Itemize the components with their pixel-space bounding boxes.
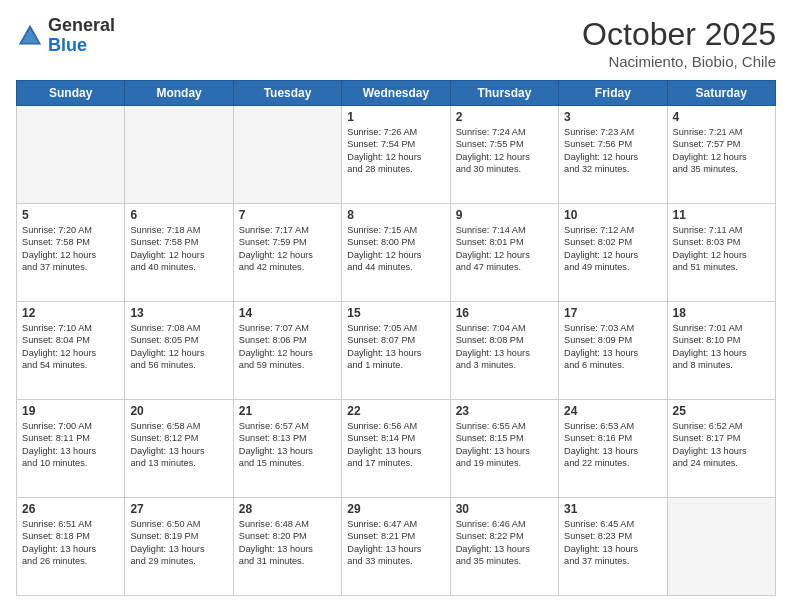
- day-number: 3: [564, 110, 661, 124]
- calendar-cell-3-4: 23Sunrise: 6:55 AM Sunset: 8:15 PM Dayli…: [450, 400, 558, 498]
- page: General Blue October 2025 Nacimiento, Bi…: [0, 0, 792, 612]
- day-info: Sunrise: 7:14 AM Sunset: 8:01 PM Dayligh…: [456, 224, 553, 274]
- calendar-cell-1-3: 8Sunrise: 7:15 AM Sunset: 8:00 PM Daylig…: [342, 204, 450, 302]
- day-info: Sunrise: 7:20 AM Sunset: 7:58 PM Dayligh…: [22, 224, 119, 274]
- day-number: 28: [239, 502, 336, 516]
- calendar-cell-1-6: 11Sunrise: 7:11 AM Sunset: 8:03 PM Dayli…: [667, 204, 775, 302]
- calendar-cell-2-0: 12Sunrise: 7:10 AM Sunset: 8:04 PM Dayli…: [17, 302, 125, 400]
- calendar-cell-0-3: 1Sunrise: 7:26 AM Sunset: 7:54 PM Daylig…: [342, 106, 450, 204]
- logo-blue: Blue: [48, 35, 87, 55]
- day-info: Sunrise: 6:48 AM Sunset: 8:20 PM Dayligh…: [239, 518, 336, 568]
- calendar-cell-3-2: 21Sunrise: 6:57 AM Sunset: 8:13 PM Dayli…: [233, 400, 341, 498]
- day-number: 31: [564, 502, 661, 516]
- day-info: Sunrise: 7:04 AM Sunset: 8:08 PM Dayligh…: [456, 322, 553, 372]
- day-number: 26: [22, 502, 119, 516]
- calendar-cell-1-0: 5Sunrise: 7:20 AM Sunset: 7:58 PM Daylig…: [17, 204, 125, 302]
- day-number: 22: [347, 404, 444, 418]
- week-row-2: 5Sunrise: 7:20 AM Sunset: 7:58 PM Daylig…: [17, 204, 776, 302]
- day-info: Sunrise: 7:10 AM Sunset: 8:04 PM Dayligh…: [22, 322, 119, 372]
- day-info: Sunrise: 6:58 AM Sunset: 8:12 PM Dayligh…: [130, 420, 227, 470]
- calendar-cell-2-4: 16Sunrise: 7:04 AM Sunset: 8:08 PM Dayli…: [450, 302, 558, 400]
- calendar-cell-4-2: 28Sunrise: 6:48 AM Sunset: 8:20 PM Dayli…: [233, 498, 341, 596]
- day-info: Sunrise: 7:15 AM Sunset: 8:00 PM Dayligh…: [347, 224, 444, 274]
- day-info: Sunrise: 6:45 AM Sunset: 8:23 PM Dayligh…: [564, 518, 661, 568]
- subtitle: Nacimiento, Biobio, Chile: [582, 53, 776, 70]
- header: General Blue October 2025 Nacimiento, Bi…: [16, 16, 776, 70]
- day-info: Sunrise: 7:12 AM Sunset: 8:02 PM Dayligh…: [564, 224, 661, 274]
- calendar-cell-3-0: 19Sunrise: 7:00 AM Sunset: 8:11 PM Dayli…: [17, 400, 125, 498]
- calendar-cell-1-1: 6Sunrise: 7:18 AM Sunset: 7:58 PM Daylig…: [125, 204, 233, 302]
- day-info: Sunrise: 7:00 AM Sunset: 8:11 PM Dayligh…: [22, 420, 119, 470]
- calendar-cell-3-3: 22Sunrise: 6:56 AM Sunset: 8:14 PM Dayli…: [342, 400, 450, 498]
- day-info: Sunrise: 7:26 AM Sunset: 7:54 PM Dayligh…: [347, 126, 444, 176]
- header-saturday: Saturday: [667, 81, 775, 106]
- day-info: Sunrise: 7:05 AM Sunset: 8:07 PM Dayligh…: [347, 322, 444, 372]
- day-info: Sunrise: 6:50 AM Sunset: 8:19 PM Dayligh…: [130, 518, 227, 568]
- calendar-cell-4-1: 27Sunrise: 6:50 AM Sunset: 8:19 PM Dayli…: [125, 498, 233, 596]
- day-number: 6: [130, 208, 227, 222]
- day-number: 23: [456, 404, 553, 418]
- day-number: 2: [456, 110, 553, 124]
- day-number: 11: [673, 208, 770, 222]
- day-info: Sunrise: 7:24 AM Sunset: 7:55 PM Dayligh…: [456, 126, 553, 176]
- calendar-cell-3-1: 20Sunrise: 6:58 AM Sunset: 8:12 PM Dayli…: [125, 400, 233, 498]
- day-number: 13: [130, 306, 227, 320]
- day-info: Sunrise: 6:47 AM Sunset: 8:21 PM Dayligh…: [347, 518, 444, 568]
- day-info: Sunrise: 6:53 AM Sunset: 8:16 PM Dayligh…: [564, 420, 661, 470]
- day-info: Sunrise: 6:52 AM Sunset: 8:17 PM Dayligh…: [673, 420, 770, 470]
- logo-icon: [16, 22, 44, 50]
- calendar-cell-3-6: 25Sunrise: 6:52 AM Sunset: 8:17 PM Dayli…: [667, 400, 775, 498]
- calendar-cell-3-5: 24Sunrise: 6:53 AM Sunset: 8:16 PM Dayli…: [559, 400, 667, 498]
- calendar-cell-2-1: 13Sunrise: 7:08 AM Sunset: 8:05 PM Dayli…: [125, 302, 233, 400]
- title-block: October 2025 Nacimiento, Biobio, Chile: [582, 16, 776, 70]
- header-monday: Monday: [125, 81, 233, 106]
- calendar-cell-0-2: [233, 106, 341, 204]
- month-title: October 2025: [582, 16, 776, 53]
- header-wednesday: Wednesday: [342, 81, 450, 106]
- day-info: Sunrise: 7:11 AM Sunset: 8:03 PM Dayligh…: [673, 224, 770, 274]
- calendar-cell-4-3: 29Sunrise: 6:47 AM Sunset: 8:21 PM Dayli…: [342, 498, 450, 596]
- calendar-cell-1-5: 10Sunrise: 7:12 AM Sunset: 8:02 PM Dayli…: [559, 204, 667, 302]
- calendar-cell-4-5: 31Sunrise: 6:45 AM Sunset: 8:23 PM Dayli…: [559, 498, 667, 596]
- day-number: 20: [130, 404, 227, 418]
- day-number: 7: [239, 208, 336, 222]
- calendar-cell-2-5: 17Sunrise: 7:03 AM Sunset: 8:09 PM Dayli…: [559, 302, 667, 400]
- week-row-4: 19Sunrise: 7:00 AM Sunset: 8:11 PM Dayli…: [17, 400, 776, 498]
- day-info: Sunrise: 7:21 AM Sunset: 7:57 PM Dayligh…: [673, 126, 770, 176]
- day-info: Sunrise: 7:01 AM Sunset: 8:10 PM Dayligh…: [673, 322, 770, 372]
- week-row-3: 12Sunrise: 7:10 AM Sunset: 8:04 PM Dayli…: [17, 302, 776, 400]
- day-number: 27: [130, 502, 227, 516]
- day-number: 14: [239, 306, 336, 320]
- calendar-cell-0-4: 2Sunrise: 7:24 AM Sunset: 7:55 PM Daylig…: [450, 106, 558, 204]
- calendar-cell-0-6: 4Sunrise: 7:21 AM Sunset: 7:57 PM Daylig…: [667, 106, 775, 204]
- day-number: 5: [22, 208, 119, 222]
- day-number: 12: [22, 306, 119, 320]
- calendar-cell-2-2: 14Sunrise: 7:07 AM Sunset: 8:06 PM Dayli…: [233, 302, 341, 400]
- header-sunday: Sunday: [17, 81, 125, 106]
- day-number: 10: [564, 208, 661, 222]
- day-info: Sunrise: 6:51 AM Sunset: 8:18 PM Dayligh…: [22, 518, 119, 568]
- day-number: 30: [456, 502, 553, 516]
- weekday-header-row: Sunday Monday Tuesday Wednesday Thursday…: [17, 81, 776, 106]
- day-info: Sunrise: 7:07 AM Sunset: 8:06 PM Dayligh…: [239, 322, 336, 372]
- day-number: 8: [347, 208, 444, 222]
- calendar-cell-4-6: [667, 498, 775, 596]
- day-number: 16: [456, 306, 553, 320]
- day-info: Sunrise: 7:03 AM Sunset: 8:09 PM Dayligh…: [564, 322, 661, 372]
- calendar-cell-0-5: 3Sunrise: 7:23 AM Sunset: 7:56 PM Daylig…: [559, 106, 667, 204]
- calendar-cell-1-2: 7Sunrise: 7:17 AM Sunset: 7:59 PM Daylig…: [233, 204, 341, 302]
- day-number: 25: [673, 404, 770, 418]
- day-number: 9: [456, 208, 553, 222]
- day-info: Sunrise: 7:08 AM Sunset: 8:05 PM Dayligh…: [130, 322, 227, 372]
- header-tuesday: Tuesday: [233, 81, 341, 106]
- day-info: Sunrise: 6:55 AM Sunset: 8:15 PM Dayligh…: [456, 420, 553, 470]
- day-number: 21: [239, 404, 336, 418]
- logo: General Blue: [16, 16, 115, 56]
- day-info: Sunrise: 6:56 AM Sunset: 8:14 PM Dayligh…: [347, 420, 444, 470]
- day-number: 4: [673, 110, 770, 124]
- calendar-cell-2-6: 18Sunrise: 7:01 AM Sunset: 8:10 PM Dayli…: [667, 302, 775, 400]
- day-number: 18: [673, 306, 770, 320]
- day-info: Sunrise: 6:46 AM Sunset: 8:22 PM Dayligh…: [456, 518, 553, 568]
- calendar-cell-4-4: 30Sunrise: 6:46 AM Sunset: 8:22 PM Dayli…: [450, 498, 558, 596]
- calendar-table: Sunday Monday Tuesday Wednesday Thursday…: [16, 80, 776, 596]
